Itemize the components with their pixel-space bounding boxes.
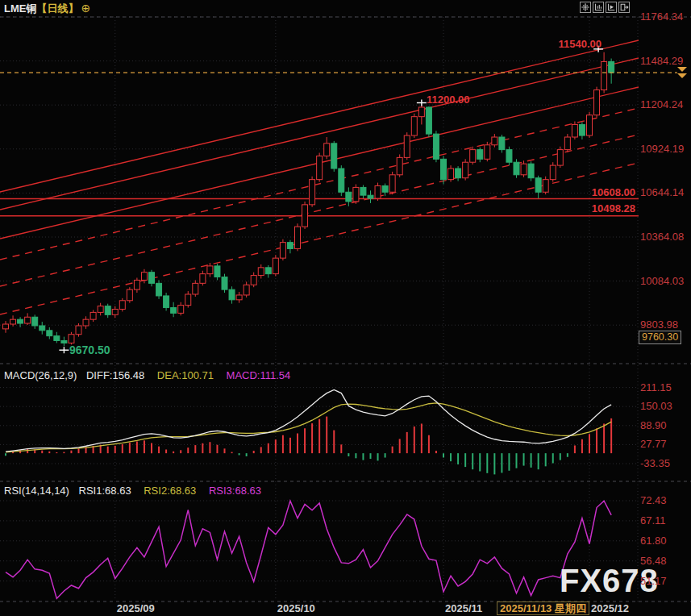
axis-special-price-badge: 9760.30 xyxy=(639,331,681,344)
macd-dea-value: DEA:100.71 xyxy=(157,369,214,381)
crosshair-tool-button[interactable] xyxy=(580,2,591,13)
rsi-params-label: RSI(14,14,14) xyxy=(4,485,69,497)
chart-title: LME铜【日线】⊕ xyxy=(4,2,90,16)
low-price-label: 9670.50 xyxy=(69,343,110,356)
axis-scale-right-icon xyxy=(606,2,616,12)
price-chart-canvas[interactable] xyxy=(0,0,691,616)
exit-view-button[interactable] xyxy=(618,2,630,13)
macd-indicator-header[interactable]: MACD(26,12,9) DIFF:156.48 DEA:100.71 MAC… xyxy=(4,369,290,381)
circle-plus-icon[interactable]: ⊕ xyxy=(81,2,90,15)
scale-x-axis-button[interactable] xyxy=(606,2,617,13)
watermark: FX678 xyxy=(560,563,659,599)
period-label: 【日线】 xyxy=(36,2,78,15)
chart-toolbar xyxy=(580,2,630,13)
rsi1-value: RSI1:68.63 xyxy=(79,485,131,497)
swing-high-label: 11200.00 xyxy=(427,94,470,106)
selected-date-label: 2025/11/13 星期四 xyxy=(497,601,589,615)
rsi2-value: RSI2:68.63 xyxy=(144,485,196,497)
rsi-indicator-header[interactable]: RSI(14,14,14) RSI1:68.63 RSI2:68.63 RSI3… xyxy=(4,485,261,497)
axis-scale-left-icon xyxy=(593,2,603,12)
scale-y-axis-button[interactable] xyxy=(593,2,604,13)
macd-diff-value: DIFF:156.48 xyxy=(86,369,144,381)
symbol-name: LME铜 xyxy=(4,2,36,15)
high-price-label: 11540.00 xyxy=(558,38,602,50)
support-line-1-label: 10608.00 xyxy=(592,186,635,198)
support-line-2-label: 10498.28 xyxy=(592,202,635,214)
exit-icon xyxy=(619,2,629,12)
macd-params-label: MACD(26,12,9) xyxy=(4,369,77,381)
charting-app: LME铜【日线】⊕ 11540.00 xyxy=(0,0,691,616)
macd-macd-value: MACD:111.54 xyxy=(227,369,291,381)
rsi3-value: RSI3:68.63 xyxy=(209,485,261,497)
crosshair-icon xyxy=(581,2,590,12)
